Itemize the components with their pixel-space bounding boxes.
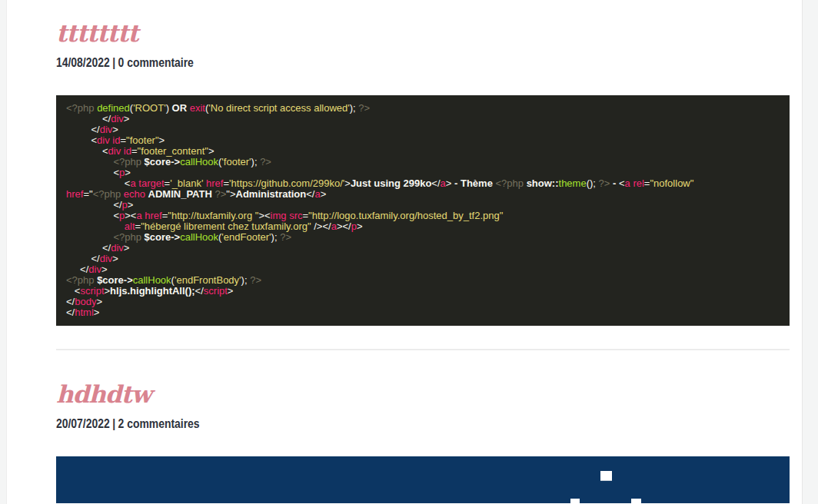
code-line: <div id="footer_content">	[66, 146, 780, 157]
code-line: </div>	[66, 254, 780, 264]
code-line: alt="hébergé librement chez tuxfamily.or…	[66, 221, 780, 232]
article-date: 20/07/2022	[56, 417, 110, 430]
article-comments-count: 0 commentaire	[118, 56, 194, 69]
code-line: <script>hljs.highlightAll();</script>	[66, 286, 780, 297]
code-line: <?php defined('ROOT') OR exit('No direct…	[66, 103, 780, 114]
code-line: </body>	[66, 297, 780, 307]
meta-separator: |	[110, 417, 118, 430]
article-meta-inner: 14/08/2022|0 commentaire	[56, 56, 194, 70]
article-meta-inner: 20/07/2022|2 commentaires	[56, 417, 200, 431]
article-title-link[interactable]: hdhdtw	[56, 380, 151, 408]
code-line: <div id="footer">	[66, 135, 780, 146]
article-meta: 20/07/2022|2 commentaires	[56, 417, 789, 431]
code-line: </div>	[66, 243, 780, 254]
code-line: href="<?php echo ADMIN_PATH ?>">Administ…	[66, 189, 780, 200]
image-square	[631, 499, 641, 503]
content-panel: tttttttt 14/08/2022|0 commentaire <?php …	[6, 0, 803, 504]
article-title: hdhdtw	[56, 380, 789, 409]
article-post-1: tttttttt 14/08/2022|0 commentaire <?php …	[56, 18, 789, 326]
article-comments-count: 2 commentaires	[118, 417, 200, 430]
code-line: </div>	[66, 124, 780, 135]
code-block: <?php defined('ROOT') OR exit('No direct…	[56, 95, 790, 326]
code-line: <p>	[66, 167, 780, 178]
code-line: <a target='_blank' href='https://github.…	[66, 178, 780, 189]
code-line: </html>	[66, 307, 780, 318]
code-line: </div>	[66, 114, 780, 124]
code-line: </div>	[66, 264, 780, 275]
article-meta: 14/08/2022|0 commentaire	[56, 56, 789, 70]
article-date: 14/08/2022	[56, 56, 110, 69]
article-embedded-image	[56, 456, 790, 503]
article-title-link[interactable]: tttttttt	[56, 19, 138, 47]
meta-separator: |	[110, 56, 118, 69]
code-line: <?php $core->callHook('endFrontBody'); ?…	[66, 275, 780, 286]
code-line: <?php $core->callHook('footer'); ?>	[66, 157, 780, 167]
article-post-2: hdhdtw 20/07/2022|2 commentaires	[56, 380, 789, 503]
image-square	[570, 499, 580, 503]
code-line: <p><a href="http://tuxfamily.org "><img …	[66, 211, 780, 221]
code-line: </p>	[66, 200, 780, 211]
article-title: tttttttt	[56, 18, 789, 48]
article-divider	[56, 349, 790, 350]
code-line: <?php $core->callHook('endFooter'); ?>	[66, 232, 780, 243]
image-square	[600, 471, 612, 481]
